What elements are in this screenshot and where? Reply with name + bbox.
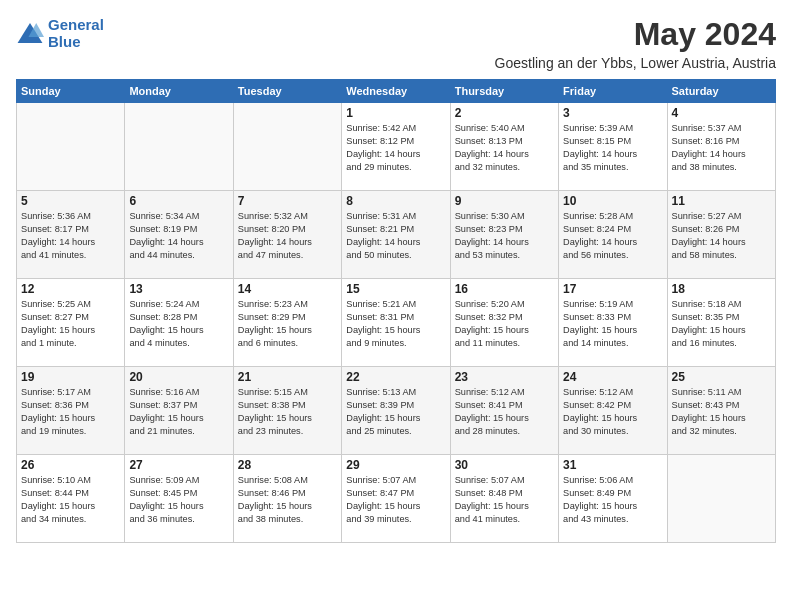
day-number: 5: [21, 194, 120, 208]
title-block: May 2024 Goestling an der Ybbs, Lower Au…: [495, 16, 776, 71]
calendar-cell: 19Sunrise: 5:17 AM Sunset: 8:36 PM Dayli…: [17, 367, 125, 455]
calendar-cell: 29Sunrise: 5:07 AM Sunset: 8:47 PM Dayli…: [342, 455, 450, 543]
day-number: 17: [563, 282, 662, 296]
day-number: 25: [672, 370, 771, 384]
day-info: Sunrise: 5:15 AM Sunset: 8:38 PM Dayligh…: [238, 386, 337, 438]
calendar-cell: 25Sunrise: 5:11 AM Sunset: 8:43 PM Dayli…: [667, 367, 775, 455]
day-number: 12: [21, 282, 120, 296]
day-number: 16: [455, 282, 554, 296]
day-number: 24: [563, 370, 662, 384]
day-info: Sunrise: 5:39 AM Sunset: 8:15 PM Dayligh…: [563, 122, 662, 174]
calendar-week-5: 26Sunrise: 5:10 AM Sunset: 8:44 PM Dayli…: [17, 455, 776, 543]
calendar-cell: 21Sunrise: 5:15 AM Sunset: 8:38 PM Dayli…: [233, 367, 341, 455]
calendar-cell: 2Sunrise: 5:40 AM Sunset: 8:13 PM Daylig…: [450, 103, 558, 191]
calendar-week-3: 12Sunrise: 5:25 AM Sunset: 8:27 PM Dayli…: [17, 279, 776, 367]
calendar-cell: 16Sunrise: 5:20 AM Sunset: 8:32 PM Dayli…: [450, 279, 558, 367]
day-number: 2: [455, 106, 554, 120]
day-info: Sunrise: 5:21 AM Sunset: 8:31 PM Dayligh…: [346, 298, 445, 350]
calendar-body: 1Sunrise: 5:42 AM Sunset: 8:12 PM Daylig…: [17, 103, 776, 543]
logo-icon: [16, 21, 44, 45]
day-info: Sunrise: 5:12 AM Sunset: 8:42 PM Dayligh…: [563, 386, 662, 438]
day-number: 31: [563, 458, 662, 472]
calendar-week-2: 5Sunrise: 5:36 AM Sunset: 8:17 PM Daylig…: [17, 191, 776, 279]
calendar-cell: 28Sunrise: 5:08 AM Sunset: 8:46 PM Dayli…: [233, 455, 341, 543]
calendar-cell: [125, 103, 233, 191]
day-info: Sunrise: 5:31 AM Sunset: 8:21 PM Dayligh…: [346, 210, 445, 262]
day-info: Sunrise: 5:23 AM Sunset: 8:29 PM Dayligh…: [238, 298, 337, 350]
calendar-cell: 27Sunrise: 5:09 AM Sunset: 8:45 PM Dayli…: [125, 455, 233, 543]
day-info: Sunrise: 5:07 AM Sunset: 8:48 PM Dayligh…: [455, 474, 554, 526]
day-number: 4: [672, 106, 771, 120]
day-info: Sunrise: 5:09 AM Sunset: 8:45 PM Dayligh…: [129, 474, 228, 526]
day-info: Sunrise: 5:30 AM Sunset: 8:23 PM Dayligh…: [455, 210, 554, 262]
day-number: 26: [21, 458, 120, 472]
day-number: 6: [129, 194, 228, 208]
day-number: 14: [238, 282, 337, 296]
col-saturday: Saturday: [667, 80, 775, 103]
calendar-cell: 5Sunrise: 5:36 AM Sunset: 8:17 PM Daylig…: [17, 191, 125, 279]
month-title: May 2024: [495, 16, 776, 53]
calendar-cell: 15Sunrise: 5:21 AM Sunset: 8:31 PM Dayli…: [342, 279, 450, 367]
day-number: 11: [672, 194, 771, 208]
logo: General Blue: [16, 16, 104, 50]
calendar-week-1: 1Sunrise: 5:42 AM Sunset: 8:12 PM Daylig…: [17, 103, 776, 191]
calendar-cell: 10Sunrise: 5:28 AM Sunset: 8:24 PM Dayli…: [559, 191, 667, 279]
day-info: Sunrise: 5:18 AM Sunset: 8:35 PM Dayligh…: [672, 298, 771, 350]
day-number: 8: [346, 194, 445, 208]
calendar-table: Sunday Monday Tuesday Wednesday Thursday…: [16, 79, 776, 543]
day-info: Sunrise: 5:06 AM Sunset: 8:49 PM Dayligh…: [563, 474, 662, 526]
col-wednesday: Wednesday: [342, 80, 450, 103]
calendar-cell: 1Sunrise: 5:42 AM Sunset: 8:12 PM Daylig…: [342, 103, 450, 191]
day-number: 28: [238, 458, 337, 472]
calendar-cell: 13Sunrise: 5:24 AM Sunset: 8:28 PM Dayli…: [125, 279, 233, 367]
day-number: 15: [346, 282, 445, 296]
day-info: Sunrise: 5:16 AM Sunset: 8:37 PM Dayligh…: [129, 386, 228, 438]
day-info: Sunrise: 5:32 AM Sunset: 8:20 PM Dayligh…: [238, 210, 337, 262]
day-info: Sunrise: 5:40 AM Sunset: 8:13 PM Dayligh…: [455, 122, 554, 174]
calendar-cell: 14Sunrise: 5:23 AM Sunset: 8:29 PM Dayli…: [233, 279, 341, 367]
day-info: Sunrise: 5:07 AM Sunset: 8:47 PM Dayligh…: [346, 474, 445, 526]
day-info: Sunrise: 5:11 AM Sunset: 8:43 PM Dayligh…: [672, 386, 771, 438]
calendar-cell: 24Sunrise: 5:12 AM Sunset: 8:42 PM Dayli…: [559, 367, 667, 455]
day-number: 10: [563, 194, 662, 208]
col-friday: Friday: [559, 80, 667, 103]
calendar-cell: 9Sunrise: 5:30 AM Sunset: 8:23 PM Daylig…: [450, 191, 558, 279]
day-number: 1: [346, 106, 445, 120]
day-info: Sunrise: 5:13 AM Sunset: 8:39 PM Dayligh…: [346, 386, 445, 438]
calendar-cell: 4Sunrise: 5:37 AM Sunset: 8:16 PM Daylig…: [667, 103, 775, 191]
day-number: 9: [455, 194, 554, 208]
day-info: Sunrise: 5:24 AM Sunset: 8:28 PM Dayligh…: [129, 298, 228, 350]
day-number: 21: [238, 370, 337, 384]
calendar-cell: 18Sunrise: 5:18 AM Sunset: 8:35 PM Dayli…: [667, 279, 775, 367]
calendar-cell: [17, 103, 125, 191]
calendar-cell: 20Sunrise: 5:16 AM Sunset: 8:37 PM Dayli…: [125, 367, 233, 455]
day-info: Sunrise: 5:25 AM Sunset: 8:27 PM Dayligh…: [21, 298, 120, 350]
day-number: 23: [455, 370, 554, 384]
col-monday: Monday: [125, 80, 233, 103]
day-number: 7: [238, 194, 337, 208]
day-info: Sunrise: 5:10 AM Sunset: 8:44 PM Dayligh…: [21, 474, 120, 526]
day-number: 30: [455, 458, 554, 472]
col-sunday: Sunday: [17, 80, 125, 103]
calendar-cell: 7Sunrise: 5:32 AM Sunset: 8:20 PM Daylig…: [233, 191, 341, 279]
header-row: Sunday Monday Tuesday Wednesday Thursday…: [17, 80, 776, 103]
day-number: 22: [346, 370, 445, 384]
day-info: Sunrise: 5:34 AM Sunset: 8:19 PM Dayligh…: [129, 210, 228, 262]
day-info: Sunrise: 5:28 AM Sunset: 8:24 PM Dayligh…: [563, 210, 662, 262]
day-number: 27: [129, 458, 228, 472]
day-number: 20: [129, 370, 228, 384]
calendar-cell: 11Sunrise: 5:27 AM Sunset: 8:26 PM Dayli…: [667, 191, 775, 279]
calendar-cell: 22Sunrise: 5:13 AM Sunset: 8:39 PM Dayli…: [342, 367, 450, 455]
day-info: Sunrise: 5:20 AM Sunset: 8:32 PM Dayligh…: [455, 298, 554, 350]
calendar-cell: 17Sunrise: 5:19 AM Sunset: 8:33 PM Dayli…: [559, 279, 667, 367]
day-info: Sunrise: 5:19 AM Sunset: 8:33 PM Dayligh…: [563, 298, 662, 350]
day-number: 29: [346, 458, 445, 472]
day-number: 18: [672, 282, 771, 296]
day-number: 19: [21, 370, 120, 384]
day-number: 13: [129, 282, 228, 296]
calendar-cell: [667, 455, 775, 543]
day-info: Sunrise: 5:17 AM Sunset: 8:36 PM Dayligh…: [21, 386, 120, 438]
calendar-week-4: 19Sunrise: 5:17 AM Sunset: 8:36 PM Dayli…: [17, 367, 776, 455]
day-number: 3: [563, 106, 662, 120]
calendar-cell: 31Sunrise: 5:06 AM Sunset: 8:49 PM Dayli…: [559, 455, 667, 543]
